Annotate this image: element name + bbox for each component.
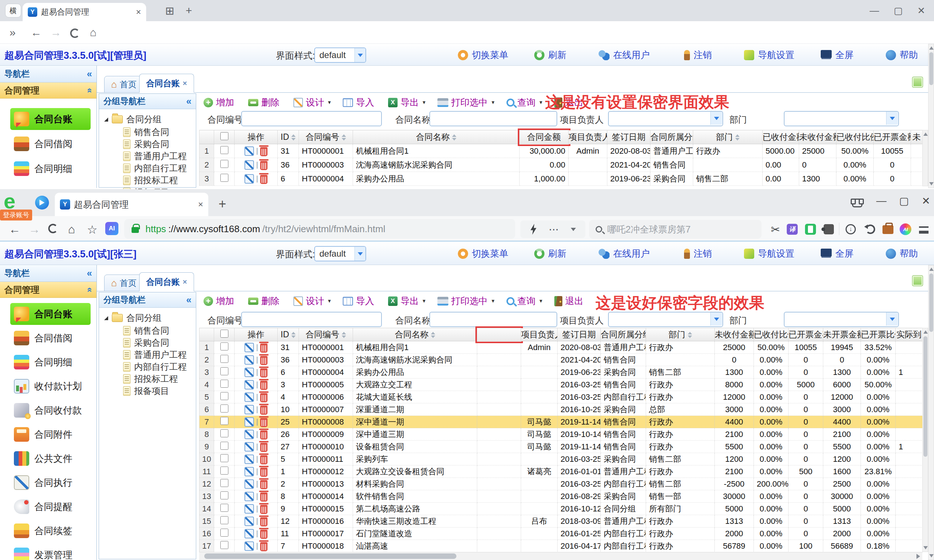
table-row[interactable]: 1|31HT0000001机械租用合同1Admin2020-08-03普通用户工… [199, 342, 923, 354]
toolbar-button[interactable]: 导出 ▼ [388, 295, 426, 307]
assistant-icon[interactable] [35, 196, 49, 209]
column-header[interactable]: 合同所属分组 [650, 130, 693, 144]
column-header[interactable]: 已收付金额 [763, 130, 799, 144]
app-menu-item[interactable]: 刷新 [534, 49, 567, 61]
delete-row-icon[interactable] [260, 406, 267, 415]
sidebar-item[interactable]: 合同提醒 [10, 496, 91, 518]
accordion-contract-mgmt[interactable]: 合同管理« [0, 282, 96, 298]
dept-select[interactable] [784, 111, 899, 126]
chevron-down-icon[interactable] [886, 112, 898, 125]
delete-row-icon[interactable] [260, 517, 267, 526]
briefcase-icon[interactable] [882, 223, 894, 234]
delete-row-icon[interactable] [260, 455, 267, 465]
column-header[interactable]: 合同名称 [353, 130, 520, 144]
download-icon[interactable]: ↓ [845, 223, 857, 235]
column-header[interactable]: 部门 [693, 130, 763, 144]
row-checkbox[interactable] [220, 454, 228, 462]
ai-button[interactable]: AI [105, 222, 118, 235]
edit-icon[interactable] [244, 380, 254, 389]
sidebar-item[interactable]: 合同台账 [10, 108, 91, 130]
column-header[interactable]: 未 [911, 130, 923, 144]
delete-row-icon[interactable] [260, 343, 267, 353]
app-menu-item[interactable]: 全屏 [821, 49, 854, 61]
tree-node[interactable]: 内部自行工程 [104, 162, 196, 174]
vertical-tabs-button[interactable]: 横 [5, 4, 21, 17]
table-row[interactable]: 8|26HT0000009深中通道三期司马懿2019-10-14销售合同行政办2… [199, 428, 923, 441]
edit-icon[interactable] [244, 392, 254, 402]
edit-icon[interactable] [244, 529, 254, 538]
tab-group-icon[interactable]: ⊞ [165, 5, 174, 17]
dept-select[interactable] [784, 312, 899, 327]
column-header[interactable]: 操作 [235, 130, 278, 144]
page-scrollbar[interactable] [928, 265, 934, 560]
toolbar-button[interactable]: 删除 [248, 96, 283, 108]
close-icon[interactable]: ✕ [920, 195, 932, 207]
sort-icon[interactable] [735, 134, 739, 140]
toolbar-button[interactable]: 删除 [248, 295, 283, 307]
delete-row-icon[interactable] [260, 530, 267, 539]
table-row[interactable]: 15|12HT0000016华南快速三期改造工程吕布2018-03-09普通用户… [199, 515, 923, 528]
minimize-icon[interactable]: — [875, 195, 887, 207]
forward-icon[interactable]: → [28, 223, 40, 236]
sidebar-item[interactable]: 合同台账 [10, 303, 91, 325]
panel-grid-icon[interactable] [912, 275, 923, 286]
contract-no-input[interactable] [241, 111, 382, 126]
toolbar-button[interactable]: 导出 ▼ [388, 96, 426, 108]
column-header[interactable]: 已收付比例 [837, 130, 874, 144]
delete-row-icon[interactable] [260, 418, 267, 427]
grid-vertical-scrollbar[interactable] [922, 328, 928, 552]
maximize-icon[interactable]: ▢ [894, 5, 903, 17]
app-menu-item[interactable]: 刷新 [534, 248, 567, 260]
row-checkbox[interactable] [220, 160, 228, 168]
tab-close-icon[interactable]: × [183, 278, 187, 286]
select-all-checkbox[interactable] [220, 330, 228, 338]
row-checkbox[interactable] [220, 516, 228, 524]
edit-icon[interactable] [244, 542, 254, 551]
tab-contract-ledger[interactable]: 合同台账 × [139, 74, 194, 93]
edit-icon[interactable] [244, 405, 254, 414]
column-header[interactable]: 操作 [235, 328, 278, 342]
back-icon[interactable]: ← [9, 223, 20, 236]
collapse-left-icon[interactable]: « [87, 68, 92, 80]
app-menu-item[interactable]: 导航设置 [744, 248, 794, 260]
column-header[interactable]: 未开票金额 [823, 328, 861, 342]
column-header[interactable]: ID [278, 328, 299, 342]
toolbar-button[interactable]: 查询 ▼ [506, 96, 543, 108]
sidebar-item[interactable]: 公共文件 [10, 448, 91, 469]
column-header[interactable]: 项目负责人 [521, 328, 557, 342]
home-icon[interactable]: ⌂ [90, 26, 96, 39]
column-header[interactable]: 未收付金额 [799, 130, 837, 144]
tab-contract-ledger[interactable]: 合同台账 × [139, 272, 194, 291]
column-header[interactable]: 合同编号 [299, 130, 353, 144]
column-header[interactable]: ID [278, 130, 299, 144]
home-icon[interactable]: ⌂ [68, 223, 75, 236]
column-header[interactable]: 部门 [646, 328, 715, 342]
column-header[interactable]: 实际到 [895, 328, 923, 342]
tree-node[interactable]: 报备项目 [104, 186, 196, 189]
row-checkbox[interactable] [220, 504, 228, 512]
delete-row-icon[interactable] [260, 381, 267, 390]
edit-icon[interactable] [244, 146, 254, 156]
app-menu-item[interactable]: 帮助 [886, 248, 918, 260]
accordion-contract-mgmt[interactable]: 合同管理« [0, 83, 96, 98]
contract-no-input[interactable] [241, 312, 382, 327]
grid-horizontal-scrollbar[interactable] [199, 552, 922, 560]
sidebar-item[interactable]: 发票管理 [10, 544, 91, 560]
bolt-icon[interactable] [530, 224, 537, 235]
toolbar-button[interactable]: 打印选中 ▼ [437, 295, 496, 307]
table-row[interactable]: 6|10HT0000007深重通道二期2016-10-29采购合同总部30000… [199, 403, 923, 416]
edit-icon[interactable] [244, 492, 254, 501]
tree-node[interactable]: 采购合同 [104, 138, 196, 150]
sort-icon[interactable] [431, 332, 435, 338]
table-row[interactable]: 17|7HT0000018汕湛高速2016-04-17内部自行工程行政办5678… [199, 540, 923, 552]
delete-row-icon[interactable] [260, 505, 267, 514]
table-row[interactable]: 5|4HT0000006花城大道延长线2016-03-25内部自行工程行政办12… [199, 391, 923, 403]
row-checkbox[interactable] [220, 342, 228, 351]
chevron-down-icon[interactable] [710, 112, 722, 125]
toolbar-button[interactable]: 导入 [343, 295, 377, 307]
chevron-down-icon[interactable] [710, 312, 722, 326]
undo-icon[interactable] [865, 223, 876, 235]
delete-row-icon[interactable] [260, 443, 267, 452]
tree-node[interactable]: 普通用户工程 [104, 150, 196, 162]
contract-name-input[interactable] [429, 111, 557, 126]
